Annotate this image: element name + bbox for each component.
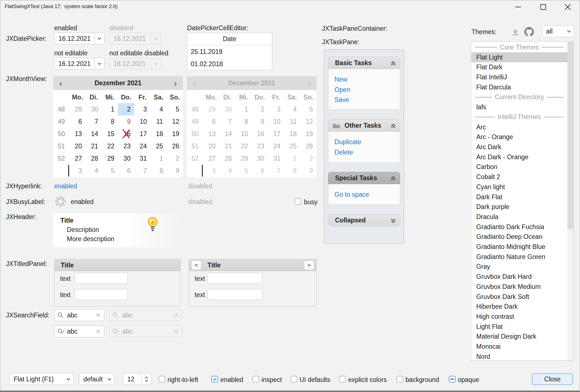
spinner-arrows-icon[interactable] bbox=[141, 374, 151, 385]
celleditor-table[interactable]: Date 25.11.2019 01.02.2018 bbox=[187, 33, 272, 70]
theme-list-item[interactable]: Gradianto Deep Ocean bbox=[471, 232, 567, 242]
calendar-day-cell[interactable]: 18 bbox=[150, 128, 167, 140]
calendar-prev-icon[interactable]: ‹ bbox=[55, 78, 66, 89]
calendar-day-cell[interactable]: 1 bbox=[150, 152, 167, 165]
calendar-day-cell[interactable]: 8 bbox=[150, 165, 167, 177]
titledpanel-prev-button[interactable]: < bbox=[191, 260, 201, 270]
font-size-value[interactable]: 12 bbox=[127, 376, 135, 383]
theme-list-item[interactable]: Dark purple bbox=[471, 202, 567, 212]
datepicker-enabled-value[interactable]: 16.12.2021 bbox=[58, 35, 91, 42]
calendar-day-cell[interactable]: 20 bbox=[69, 140, 86, 152]
search-input[interactable]: abc bbox=[67, 312, 77, 319]
taskpane-link[interactable]: Go to space bbox=[334, 191, 369, 198]
checkbox-label[interactable]: UI defaults bbox=[300, 376, 330, 384]
calendar-day-cell[interactable]: 22 bbox=[102, 140, 118, 152]
checkbox-background[interactable] bbox=[397, 376, 403, 383]
calendar-next-icon[interactable]: › bbox=[170, 78, 181, 89]
theme-list-item[interactable]: High contrast bbox=[471, 312, 567, 322]
theme-list-item[interactable]: Arc Dark bbox=[471, 142, 567, 152]
collapse-icon[interactable] bbox=[390, 123, 396, 130]
calendar-day-cell[interactable]: 23 bbox=[118, 140, 134, 152]
calendar-day-cell[interactable]: 29 bbox=[102, 152, 118, 165]
calendar-day-cell[interactable]: 2 bbox=[167, 152, 183, 165]
calendar-day-cell[interactable]: 27 bbox=[69, 152, 86, 165]
search-dropdown-icon[interactable] bbox=[57, 328, 65, 337]
lookandfeel-value[interactable]: Flat Light (F1) bbox=[14, 376, 54, 383]
calendar-day-cell[interactable]: 26 bbox=[167, 140, 183, 152]
clear-search-icon[interactable]: ✕ bbox=[96, 328, 101, 335]
hyperlink-enabled[interactable]: enabled bbox=[54, 182, 77, 190]
calendar-day-cell[interactable]: 9 bbox=[118, 115, 134, 128]
table-row[interactable]: 01.02.2018 bbox=[191, 58, 272, 70]
minimize-button[interactable] bbox=[509, 0, 527, 14]
calendar-day-cell[interactable]: 29 bbox=[69, 103, 86, 115]
chevron-down-icon[interactable] bbox=[63, 374, 73, 385]
theme-list-item[interactable]: Gruvbox Dark Soft bbox=[471, 292, 567, 302]
theme-list-item[interactable]: Hiberbee Dark bbox=[471, 301, 567, 312]
checkbox-opaque[interactable] bbox=[449, 376, 456, 383]
calendar-day-cell[interactable]: 15 bbox=[102, 128, 118, 140]
checkbox-label[interactable]: right-to-left bbox=[168, 376, 198, 384]
theme-list-item[interactable]: Cobalt 2 bbox=[471, 172, 567, 182]
expand-icon[interactable] bbox=[390, 218, 396, 224]
taskpane-link[interactable]: Open bbox=[334, 86, 350, 94]
checkbox-right-to-left[interactable] bbox=[159, 376, 165, 383]
github-icon[interactable] bbox=[524, 27, 534, 37]
calendar-day-cell[interactable]: 28 bbox=[86, 152, 102, 165]
calendar-day-cell[interactable]: 2 bbox=[118, 103, 134, 115]
collapse-icon[interactable] bbox=[390, 176, 396, 182]
text-input[interactable] bbox=[208, 273, 262, 284]
calendar-day-cell[interactable]: 17 bbox=[134, 128, 150, 140]
calendar-day-cell[interactable]: 21 bbox=[86, 140, 102, 152]
calendar-day-cell[interactable]: 5 bbox=[102, 165, 118, 177]
chevron-down-icon[interactable] bbox=[94, 58, 104, 69]
calendar-day-cell[interactable]: 4 bbox=[86, 165, 102, 177]
table-column-header[interactable]: Date bbox=[187, 33, 272, 45]
calendar-day-cell[interactable]: 31 bbox=[134, 152, 150, 165]
taskpane-header[interactable]: Collapsed bbox=[328, 214, 400, 226]
checkbox-ui-defaults[interactable] bbox=[291, 376, 297, 383]
search-input[interactable]: abc bbox=[67, 328, 77, 335]
checkbox-enabled[interactable] bbox=[211, 376, 218, 383]
theme-list-item[interactable]: Nord bbox=[471, 351, 567, 362]
close-window-button[interactable] bbox=[559, 0, 577, 14]
calendar-day-cell[interactable]: 3 bbox=[134, 103, 150, 115]
checkbox-explicit-colors[interactable] bbox=[339, 376, 346, 383]
clear-search-icon[interactable]: ✕ bbox=[96, 312, 101, 319]
calendar-day-cell[interactable]: 12 bbox=[167, 115, 183, 128]
theme-list-item[interactable]: Gradianto Nature Green bbox=[471, 252, 567, 262]
calendar-day-cell[interactable]: 4 bbox=[150, 103, 167, 115]
calendar-day-cell[interactable]: 1 bbox=[102, 103, 118, 115]
text-input[interactable] bbox=[208, 289, 262, 300]
lookandfeel-combo[interactable]: Flat Light (F1) bbox=[10, 373, 74, 385]
theme-list-item[interactable]: Light Flat bbox=[471, 322, 567, 332]
theme-list-item[interactable]: Flat Darcula bbox=[471, 82, 567, 92]
theme-list-item[interactable]: Carbon bbox=[471, 162, 567, 172]
chevron-down-icon[interactable] bbox=[94, 33, 104, 44]
style-value[interactable]: default bbox=[83, 376, 103, 383]
taskpane-link[interactable]: Save bbox=[334, 96, 349, 104]
calendar-day-cell[interactable]: 11 bbox=[150, 115, 167, 128]
theme-list-item[interactable]: Arc - Orange bbox=[471, 132, 567, 142]
table-row[interactable]: 25.11.2019 bbox=[191, 46, 272, 58]
calendar-day-cell[interactable]: 9 bbox=[167, 165, 183, 177]
theme-list-item[interactable]: Gradianto Dark Fuchsia bbox=[471, 222, 567, 232]
collapse-icon[interactable] bbox=[390, 61, 396, 67]
calendar-day-cell[interactable]: 8 bbox=[102, 115, 118, 128]
search-field-enabled[interactable]: abc ✕ bbox=[54, 309, 104, 321]
checkbox-label[interactable]: explicit colors bbox=[348, 376, 387, 384]
close-button[interactable]: Close bbox=[532, 373, 573, 385]
theme-list-item[interactable]: Gray bbox=[471, 262, 567, 272]
checkbox-label[interactable]: inspect bbox=[261, 376, 282, 384]
chevron-down-icon[interactable] bbox=[564, 26, 574, 37]
calendar-day-cell[interactable]: 5 bbox=[167, 103, 183, 115]
taskpane-header[interactable]: Basic Tasks bbox=[328, 57, 400, 69]
theme-list-item[interactable]: Flat IntelliJ bbox=[471, 72, 567, 82]
calendar-day-cell[interactable]: 14 bbox=[86, 128, 102, 140]
calendar-day-cell[interactable]: 19 bbox=[167, 128, 183, 140]
text-input[interactable] bbox=[75, 289, 128, 300]
themes-list[interactable]: Core ThemesFlat LightFlat DarkFlat Intel… bbox=[471, 41, 574, 361]
theme-list-item[interactable]: Gruvbox Dark Hard bbox=[471, 272, 567, 282]
calendar-day-cell[interactable]: 25 bbox=[150, 140, 167, 152]
calendar-day-cell[interactable]: 7 bbox=[134, 165, 150, 177]
